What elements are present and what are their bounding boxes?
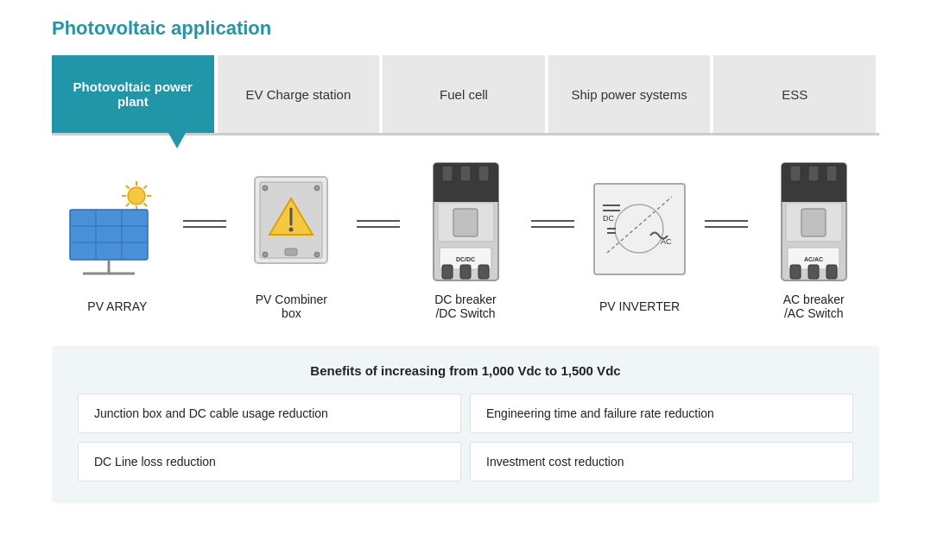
benefit-cell-3: DC Line loss reduction [78,442,461,481]
connector-3 [531,220,574,262]
diagram-area: PV ARRAY [52,135,879,337]
svg-text:AC/AC: AC/AC [804,256,823,262]
svg-point-21 [263,186,268,191]
ac-breaker-svg: AC/AC [777,161,851,282]
ac-breaker-label: AC breaker/AC Switch [783,293,845,320]
svg-line-7 [143,186,147,189]
svg-line-5 [126,186,130,189]
combiner-svg [248,173,334,272]
svg-line-8 [126,204,130,207]
dc-breaker-label: DC breaker/DC Switch [434,293,497,320]
tab-ess[interactable]: ESS [713,55,876,133]
pv-array-svg [66,177,169,280]
svg-line-6 [143,204,147,207]
tabs-row: Photovoltaic power plant EV Charge stati… [52,55,879,133]
benefits-grid: Junction box and DC cable usage reductio… [78,393,853,481]
svg-rect-30 [460,166,471,181]
svg-rect-37 [460,265,471,279]
benefits-title: Benefits of increasing from 1,000 Vdc to… [78,363,853,378]
component-pv-combiner: PV Combinerbox [226,161,358,320]
connector-1 [183,220,226,262]
svg-rect-52 [808,166,819,181]
component-dc-breaker: DC/DC DC breaker/DC Switch [400,161,531,320]
pv-array-image [61,168,174,289]
svg-point-24 [314,252,320,257]
svg-rect-33 [453,209,478,236]
benefit-cell-2: Engineering time and failure rate reduct… [470,393,853,433]
svg-rect-38 [478,265,489,279]
svg-rect-28 [434,185,498,202]
svg-rect-55 [801,209,826,236]
connector-2 [357,220,400,262]
benefit-cell-4: Investment cost reduction [470,442,853,481]
dc-breaker-image: DC/DC [409,161,522,282]
pv-inverter-image: DC AC [584,168,696,289]
svg-point-0 [128,187,145,204]
svg-rect-60 [826,265,837,279]
svg-rect-50 [782,185,846,202]
dc-breaker-svg: DC/DC [429,161,503,282]
svg-text:DC: DC [603,214,614,223]
svg-rect-59 [808,265,819,279]
svg-rect-36 [442,265,453,279]
pv-inverter-label: PV INVERTER [599,299,680,313]
page-title: Photovoltaic application [52,17,879,40]
double-line-4 [705,220,748,228]
component-pv-array: PV ARRAY [52,168,183,313]
double-line-3 [531,220,574,228]
svg-rect-58 [790,265,801,279]
tab-fuel[interactable]: Fuel cell [383,55,545,133]
component-pv-inverter: DC AC PV INVERTER [574,168,706,313]
svg-rect-29 [442,166,453,181]
svg-rect-31 [478,166,489,181]
svg-rect-9 [70,210,148,260]
ac-breaker-image: AC/AC [757,161,870,282]
svg-text:DC/DC: DC/DC [455,256,474,262]
tab-pv[interactable]: Photovoltaic power plant [52,55,214,133]
pv-inverter-svg: DC AC [590,179,689,279]
double-line-2 [357,220,400,228]
component-ac-breaker: AC/AC AC breaker/AC Switch [748,161,879,320]
tab-ship[interactable]: Ship power systems [548,55,711,133]
tab-ev[interactable]: EV Charge station [218,55,380,133]
svg-point-22 [314,186,320,191]
svg-rect-51 [790,166,801,181]
connector-4 [705,220,748,262]
benefits-box: Benefits of increasing from 1,000 Vdc to… [52,346,879,503]
svg-rect-53 [826,166,837,181]
svg-point-23 [263,252,268,257]
double-line-1 [183,220,226,228]
pv-array-label: PV ARRAY [87,299,147,313]
tab-underline [52,133,879,135]
combiner-label: PV Combinerbox [256,293,327,320]
benefit-cell-1: Junction box and DC cable usage reductio… [78,393,461,433]
svg-rect-25 [285,249,297,255]
svg-point-20 [289,227,294,231]
combiner-image [235,161,347,282]
